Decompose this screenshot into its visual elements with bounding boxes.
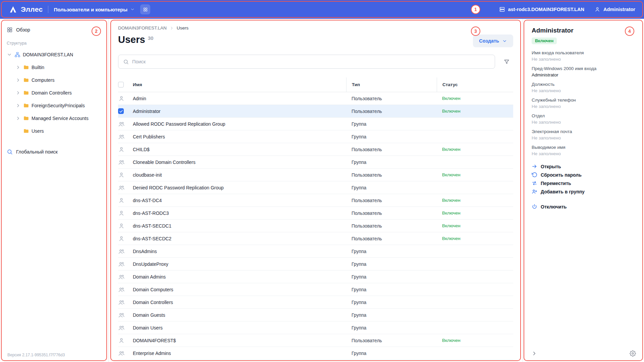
apps-button[interactable]	[140, 4, 150, 14]
table-row[interactable]: DnsUpdateProxyГруппа	[118, 258, 513, 270]
sidebar-item-label: Обзор	[16, 27, 30, 33]
sidebar-item-global-search[interactable]: Глобальный поиск	[7, 149, 102, 155]
chevron-right-icon[interactable]	[15, 90, 21, 96]
table-row[interactable]: Domain AdminsГруппа	[118, 270, 513, 283]
cell-name: dns-AST-DC4	[133, 198, 346, 203]
table-row[interactable]: DnsAdminsГруппа	[118, 245, 513, 258]
chevron-right-icon[interactable]	[15, 77, 21, 83]
tree-item[interactable]: ForeignSecurityPrincipals	[7, 99, 102, 112]
table-row[interactable]: dns-AST-DC4ПользовательВключен	[118, 194, 513, 207]
column-header-type[interactable]: Тип	[346, 77, 437, 92]
server-icon	[499, 6, 505, 12]
apps-grid-icon	[143, 7, 148, 12]
cell-name: DnsAdmins	[133, 249, 346, 254]
settings-button[interactable]	[628, 349, 637, 358]
table-row[interactable]: Domain GuestsГруппа	[118, 309, 513, 321]
search-box[interactable]	[118, 55, 495, 69]
group-icon	[118, 121, 125, 127]
chevron-right-icon[interactable]	[15, 116, 21, 121]
breadcrumb-domain[interactable]: DOMAIN3FOREST.LAN	[118, 25, 167, 31]
search-input[interactable]	[132, 59, 490, 64]
action-label: Сбросить пароль	[541, 172, 582, 178]
dashboard-icon	[7, 27, 13, 33]
group-icon	[118, 350, 125, 357]
user-menu[interactable]: Administrator	[594, 6, 635, 12]
cell-name: dns-AST-RODC3	[133, 210, 346, 216]
detail-field-value: Не заполнено	[532, 57, 635, 62]
tree-item[interactable]: Domain Controllers	[7, 86, 102, 99]
cell-name: Admin	[133, 96, 346, 101]
table-row[interactable]: cloudbase-initПользовательВключен	[118, 169, 513, 181]
chevron-down-icon[interactable]	[7, 52, 12, 57]
table-row[interactable]: DOMAIN4FOREST$ПользовательВключен	[118, 334, 513, 347]
table-row[interactable]: Domain UsersГруппа	[118, 321, 513, 334]
chevron-down-icon	[502, 39, 507, 44]
table-row[interactable]: Domain ComputersГруппа	[118, 283, 513, 296]
table-row[interactable]: dns-AST-SECDC1ПользовательВключен	[118, 220, 513, 232]
detail-field-label: Отдел	[532, 113, 635, 118]
tree-item-label: Builtin	[32, 65, 44, 70]
detail-field: Имя входа пользователяНе заполнено	[532, 50, 635, 62]
chevron-right-icon[interactable]	[15, 103, 21, 108]
item-count: 30	[148, 35, 154, 41]
module-dropdown[interactable]: Пользователи и компьютеры	[54, 7, 135, 12]
create-button[interactable]: Создать	[473, 35, 513, 47]
filter-button[interactable]	[500, 55, 513, 68]
server-chip[interactable]: ast-rodc3.DOMAIN3FOREST.LAN	[499, 6, 584, 12]
tree-item[interactable]: Users	[7, 125, 102, 137]
table-row[interactable]: dns-AST-RODC3ПользовательВключен	[118, 207, 513, 220]
reset-password-action[interactable]: Сбросить пароль	[532, 172, 635, 178]
detail-field: Электронная почтаНе заполнено	[532, 129, 635, 140]
table-row[interactable]: Denied RODC Password Replication GroupГр…	[118, 181, 513, 194]
cell-type: Пользователь	[346, 198, 437, 203]
table-row[interactable]: AdministratorПользовательВключен	[118, 105, 513, 118]
select-all-checkbox[interactable]	[118, 82, 124, 87]
tree-item-label: Users	[32, 128, 44, 134]
tree-item[interactable]: Builtin	[7, 61, 102, 74]
tree-item[interactable]: Managed Service Accounts	[7, 112, 102, 125]
table-row[interactable]: Cert PublishersГруппа	[118, 130, 513, 143]
row-checkbox[interactable]	[118, 108, 124, 114]
group-icon	[118, 248, 125, 255]
table-row[interactable]: Enterprise Key AdminsГруппа	[118, 360, 513, 362]
chevron-right-icon	[169, 26, 174, 31]
collapse-panel-button[interactable]	[530, 349, 539, 358]
sidebar: Обзор Структура DOMAIN3FOREST.LAN Builti…	[0, 19, 109, 362]
detail-field-label: Должность	[532, 82, 635, 87]
structure-tree: DOMAIN3FOREST.LAN BuiltinComputersDomain…	[7, 48, 102, 137]
tree-item-root[interactable]: DOMAIN3FOREST.LAN	[7, 48, 102, 61]
chevron-right-icon[interactable]	[15, 65, 21, 70]
brand: Эллес	[9, 5, 43, 14]
tree-item[interactable]: Computers	[7, 74, 102, 86]
folder-icon	[23, 103, 29, 109]
table-row[interactable]: Domain ControllersГруппа	[118, 296, 513, 309]
column-header-name[interactable]: Имя	[133, 77, 346, 92]
move-action[interactable]: Переместить	[532, 180, 635, 186]
detail-field: Служебный телефонНе заполнено	[532, 98, 635, 109]
main-panel: DOMAIN3FOREST.LAN Users Users 30 Создать	[109, 19, 523, 362]
folder-icon	[23, 90, 29, 96]
table-row[interactable]: Allowed RODC Password Replication GroupГ…	[118, 118, 513, 130]
domain-icon	[14, 52, 20, 58]
disable-action[interactable]: Отключить	[532, 204, 635, 209]
table-row[interactable]: Enterprise AdminsГруппа	[118, 347, 513, 360]
table-row[interactable]: dns-AST-SECDC2ПользовательВключен	[118, 232, 513, 245]
open-action[interactable]: Открыть	[532, 164, 635, 169]
table-header: Имя Тип Статус	[118, 77, 513, 92]
module-dropdown-label: Пользователи и компьютеры	[54, 7, 127, 12]
add-to-group-action[interactable]: Добавить в группу	[532, 189, 635, 194]
search-row	[118, 55, 513, 69]
action-label: Добавить в группу	[541, 189, 585, 194]
sidebar-item-overview[interactable]: Обзор	[7, 27, 102, 33]
action-label: Открыть	[541, 164, 561, 169]
detail-field-label: Пред-Windows 2000 имя входа	[532, 66, 635, 71]
group-icon	[118, 133, 125, 140]
cell-type: Группа	[346, 287, 437, 292]
cell-status: Включен	[437, 96, 513, 101]
table-row[interactable]: AdminПользовательВключен	[118, 92, 513, 105]
column-header-status[interactable]: Статус	[437, 77, 513, 92]
user-icon	[118, 210, 125, 217]
cell-name: cloudbase-init	[133, 172, 346, 178]
table-row[interactable]: Cloneable Domain ControllersГруппа	[118, 156, 513, 169]
table-row[interactable]: CHILD$ПользовательВключен	[118, 143, 513, 156]
